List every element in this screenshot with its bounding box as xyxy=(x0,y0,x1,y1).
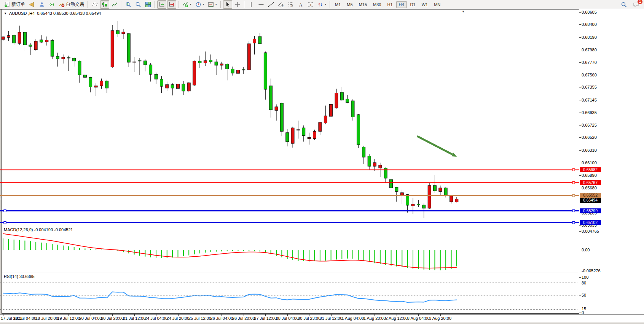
candle xyxy=(330,103,333,117)
candle xyxy=(198,56,201,68)
symbol-dropdown-icon[interactable]: ▼ xyxy=(4,12,7,15)
line-handle[interactable] xyxy=(572,210,575,212)
candle xyxy=(209,54,212,64)
timeframe-m30-button[interactable]: M30 xyxy=(370,1,384,8)
candle xyxy=(138,58,141,75)
candle xyxy=(127,33,130,67)
auto-trading-button[interactable]: 自动交易 xyxy=(57,0,86,9)
line-handle[interactable] xyxy=(572,221,575,224)
candle xyxy=(62,54,65,64)
time-axis[interactable]: 17 Jul 202318 Jul 04:0018 Jul 20:0019 Ju… xyxy=(0,314,644,322)
chart-shift-marker-icon[interactable]: ▼ xyxy=(462,10,465,13)
timeframe-m5-button[interactable]: M5 xyxy=(344,1,355,8)
tile-windows-button[interactable] xyxy=(143,0,153,9)
timeframe-mn-button[interactable]: MN xyxy=(431,1,443,8)
candle xyxy=(450,195,453,203)
trend-arrow-annotation[interactable] xyxy=(417,136,457,157)
equidistant-channel-button[interactable]: E xyxy=(276,0,285,9)
dropdown-caret-icon[interactable]: ▾ xyxy=(215,3,217,6)
candle xyxy=(149,63,152,81)
candle xyxy=(302,125,305,142)
timeframe-m1-button[interactable]: M1 xyxy=(332,1,343,8)
dropdown-caret-icon[interactable]: ▾ xyxy=(325,3,327,6)
horizontal-line-0.65102[interactable] xyxy=(0,221,579,224)
macd-panel[interactable] xyxy=(0,226,579,272)
zoom-out-button[interactable] xyxy=(134,0,143,9)
timeframe-h1-button[interactable]: H1 xyxy=(384,1,395,8)
horizontal-line-button[interactable] xyxy=(257,0,266,9)
candle xyxy=(2,36,5,41)
dropdown-caret-icon[interactable]: ▾ xyxy=(190,3,191,6)
axis-tick xyxy=(579,113,581,113)
shift-icon xyxy=(169,2,175,8)
axis-tick xyxy=(579,175,581,176)
rsi-panel[interactable] xyxy=(0,273,579,313)
candle xyxy=(269,79,273,118)
horizontal-line-0.65982[interactable] xyxy=(0,168,579,171)
bars-chart-icon xyxy=(92,2,98,8)
candle xyxy=(73,57,76,67)
candle xyxy=(411,198,414,214)
time-label: 26 Jul 04:00 xyxy=(210,316,233,321)
new-order-button[interactable]: 新订单 xyxy=(3,0,27,9)
main-chart-panel[interactable] xyxy=(0,10,579,225)
chart-title-overlay: ▼ AUDUSD-,H4 0.65443 0.65530 0.65438 0.6… xyxy=(4,11,101,16)
templates-button[interactable]: ▾ xyxy=(206,0,218,9)
signal-icon xyxy=(49,2,55,8)
arrows-icon xyxy=(317,2,324,8)
arrows-button[interactable]: ▾ xyxy=(316,0,328,9)
search-icon xyxy=(621,2,627,8)
line-chart-button[interactable] xyxy=(110,0,119,9)
line-handle[interactable] xyxy=(4,210,6,212)
line-handle[interactable] xyxy=(572,194,575,197)
profile-button[interactable] xyxy=(37,0,46,9)
signals-button[interactable] xyxy=(47,0,56,9)
line-handle[interactable] xyxy=(4,221,6,224)
cursor-button[interactable] xyxy=(223,0,232,9)
candlestick-chart-button[interactable] xyxy=(100,0,109,9)
line-handle[interactable] xyxy=(572,181,575,184)
candle xyxy=(291,127,294,148)
horizontal-line-0.65552[interactable] xyxy=(0,194,579,197)
crosshair-button[interactable] xyxy=(233,0,242,9)
price-tick-label: 0.67145 xyxy=(582,98,597,102)
news-button[interactable] xyxy=(27,0,37,9)
axis-tick xyxy=(579,37,581,38)
horizontal-line-0.65299[interactable] xyxy=(0,210,579,212)
vertical-line-button[interactable] xyxy=(247,0,256,9)
indicators-button[interactable]: ▾ xyxy=(181,0,193,9)
axis-tick xyxy=(579,295,581,295)
bar-chart-button[interactable] xyxy=(90,0,99,9)
price-axis[interactable]: 0.686050.684000.681900.679800.677700.675… xyxy=(579,9,644,314)
channel-icon: E xyxy=(278,2,284,8)
text-label-button[interactable]: T xyxy=(306,0,315,9)
time-label: 27 Jul 12:00 xyxy=(254,316,277,321)
candle xyxy=(122,29,125,39)
auto-scroll-button[interactable] xyxy=(157,0,166,9)
price-tag-0.65299: 0.65299 xyxy=(580,208,601,213)
horizontal-line-0.65767[interactable] xyxy=(0,181,579,184)
periods-button[interactable]: ▾ xyxy=(194,0,206,9)
chart-shift-button[interactable] xyxy=(167,0,176,9)
timeframe-h4-button[interactable]: H4 xyxy=(396,1,407,8)
candle xyxy=(280,103,283,136)
price-tick-label: 0.66725 xyxy=(582,123,597,127)
axis-tick xyxy=(579,313,581,313)
notifications-button[interactable]: 1 xyxy=(631,0,641,9)
price-tick-label: 0.68400 xyxy=(582,22,597,27)
timeframe-d1-button[interactable]: D1 xyxy=(408,1,418,8)
search-button[interactable] xyxy=(619,0,628,9)
candle xyxy=(23,31,26,51)
timeframe-m15-button[interactable]: M15 xyxy=(356,1,370,8)
trendline-button[interactable] xyxy=(266,0,276,9)
text-button[interactable]: A xyxy=(296,0,305,9)
price-tick-label: 0.67770 xyxy=(582,60,597,65)
candle xyxy=(346,95,349,103)
time-label: 1 Aug 20:00 xyxy=(363,316,386,321)
zoom-in-button[interactable] xyxy=(124,0,133,9)
timeframe-w1-button[interactable]: W1 xyxy=(419,1,431,8)
fibonacci-button[interactable]: F xyxy=(286,0,295,9)
dropdown-caret-icon[interactable]: ▾ xyxy=(203,3,204,6)
notification-badge: 1 xyxy=(638,0,642,4)
line-handle[interactable] xyxy=(572,168,575,171)
